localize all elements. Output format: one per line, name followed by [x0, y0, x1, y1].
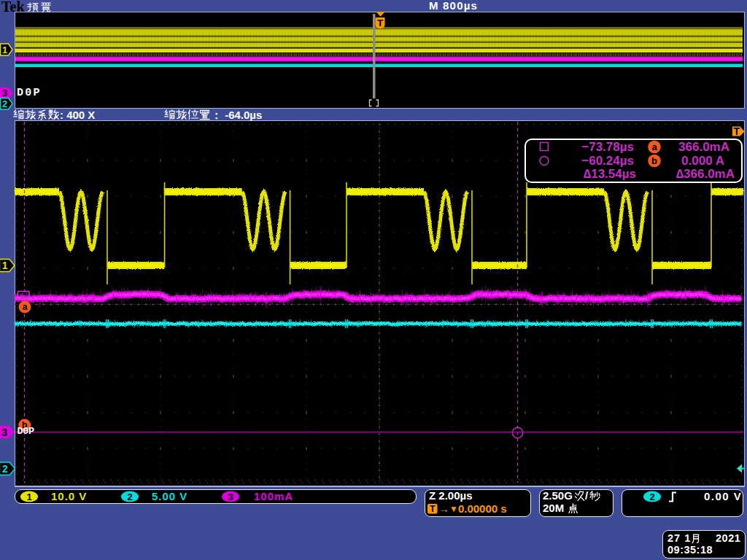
- svg-text:1: 1: [26, 491, 31, 502]
- svg-text:T: T: [430, 504, 436, 514]
- svg-text:2: 2: [649, 491, 654, 502]
- svg-text:3: 3: [228, 491, 233, 502]
- svg-text:a: a: [23, 302, 28, 312]
- svg-text:2: 2: [127, 491, 132, 502]
